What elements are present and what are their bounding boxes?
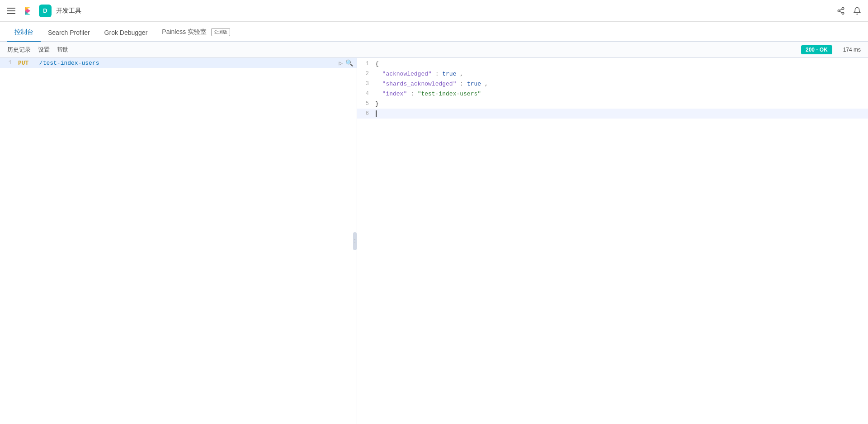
response-editor[interactable]: 1 { 2 "acknowledged" : true , 3 "shards_… [357,58,868,424]
table-row: 3 "shards_acknowledged" : true , [357,79,868,89]
line-number: 5 [357,100,373,107]
line-number: 3 [357,81,373,87]
line-content [373,110,868,118]
line-content: "index" : "test-index-users" [373,90,868,98]
beta-badge: 公测版 [211,28,230,36]
line-number: 1 [0,60,16,66]
svg-point-2 [838,10,840,12]
line-content: "acknowledged" : true , [373,70,868,78]
top-bar-actions [835,5,863,16]
json-key: "acknowledged" [382,71,432,77]
notification-icon[interactable] [852,5,863,16]
tab-console[interactable]: 控制台 [7,24,41,42]
cursor-caret [376,110,377,117]
svg-point-1 [842,7,844,10]
editor-area[interactable]: 1 PUT /test-index-users ▷ 🔍 [0,58,357,424]
request-editor[interactable]: 1 PUT /test-index-users ▷ 🔍 ⋮ [0,58,357,424]
json-key: "index" [382,91,407,97]
line-number: 2 [357,71,373,77]
json-value: true [467,81,481,87]
tab-painless-lab[interactable]: Painless 实验室 公测版 [155,24,237,42]
tab-search-profiler[interactable]: Search Profiler [41,24,97,42]
table-row: 6 [357,109,868,119]
main-content: 1 PUT /test-index-users ▷ 🔍 ⋮ 1 { [0,58,868,424]
status-badge: 200 - OK [801,45,832,54]
menu-button[interactable] [5,6,17,16]
response-content: 1 { 2 "acknowledged" : true , 3 "shards_… [357,58,868,119]
toolbar: 历史记录 设置 帮助 200 - OK 174 ms [0,42,868,58]
response-time: 174 ms [843,47,861,53]
app-title: 开发工具 [56,7,81,15]
line-number: 4 [357,91,373,97]
help-button[interactable]: 帮助 [57,46,69,54]
svg-point-3 [842,12,844,14]
json-value: "test-index-users" [418,91,481,97]
table-row: 4 "index" : "test-index-users" [357,89,868,99]
history-button[interactable]: 历史记录 [7,46,31,54]
line-content: PUT /test-index-users [16,59,339,67]
user-avatar[interactable]: D [39,5,52,17]
run-icon[interactable]: ▷ [339,59,343,67]
share-icon[interactable] [835,5,846,16]
line-content: { [373,60,868,68]
tools-icon[interactable]: 🔍 [345,59,353,67]
request-path: /test-index-users [39,60,99,67]
table-row: 1 PUT /test-index-users ▷ 🔍 [0,58,357,68]
json-key: "shards_acknowledged" [382,81,457,87]
tab-grok-debugger[interactable]: Grok Debugger [97,24,155,42]
panel-divider[interactable]: ⋮ [353,232,357,250]
json-value: true [442,71,456,77]
http-method: PUT [18,60,28,67]
line-number: 6 [357,110,373,117]
svg-line-4 [840,11,842,13]
line-number: 1 [357,61,373,67]
tab-bar: 控制台 Search Profiler Grok Debugger Painle… [0,22,868,42]
line-content: "shards_acknowledged" : true , [373,80,868,88]
svg-line-5 [840,9,842,10]
settings-button[interactable]: 设置 [38,46,50,54]
table-row: 5 } [357,99,868,109]
table-row: 2 "acknowledged" : true , [357,69,868,79]
table-row: 1 { [357,59,868,69]
line-content: } [373,100,868,108]
kibana-logo [22,5,34,17]
top-bar: D 开发工具 [0,0,868,22]
line-actions: ▷ 🔍 [339,59,353,67]
